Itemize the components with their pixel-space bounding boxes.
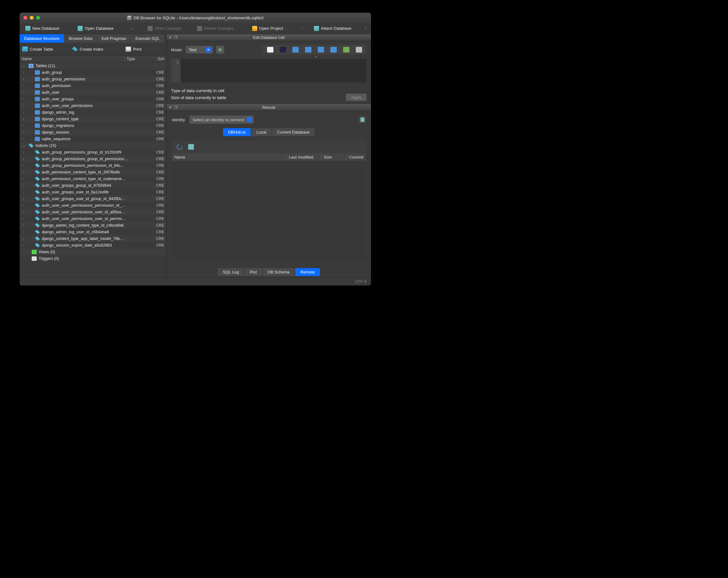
print-button[interactable]: Print [126, 47, 141, 52]
tree-row[interactable]: ›auth_permission_content_type_id_codenam… [20, 175, 166, 182]
panel-close-icon[interactable]: ✕ [168, 35, 172, 40]
toolbar-overflow-1[interactable]: ›› [299, 27, 305, 30]
expand-icon[interactable]: › [22, 77, 26, 81]
expand-icon[interactable]: › [22, 97, 26, 101]
expand-icon[interactable]: › [22, 150, 26, 154]
expand-icon[interactable]: › [22, 157, 26, 161]
expand-icon[interactable]: ⌄ [22, 64, 26, 67]
settings-button[interactable] [216, 46, 224, 54]
expand-icon[interactable]: › [22, 90, 26, 94]
create-table-button[interactable]: Create Table [22, 47, 53, 52]
tree-row[interactable]: ›django_content_type_app_label_model_76b… [20, 235, 166, 242]
expand-icon[interactable]: › [22, 131, 26, 134]
tab-sql-log[interactable]: SQL Log [218, 268, 244, 276]
push-db-icon[interactable] [188, 144, 194, 150]
expand-icon[interactable]: › [22, 164, 26, 167]
tree-row[interactable]: ›auth_groupCRE [20, 69, 166, 76]
tree-row[interactable]: ›auth_user_groups_user_id_6a12ed8bCRE [20, 189, 166, 195]
tree-row[interactable]: ›auth_user_user_permissionsCRE [20, 102, 166, 109]
tree-row[interactable]: ›auth_user_groups_user_id_group_id_94350… [20, 195, 166, 202]
cell-editor[interactable]: 1 [171, 59, 367, 82]
panel-close-icon[interactable]: ✕ [168, 105, 172, 110]
expand-icon[interactable]: › [22, 137, 26, 141]
tab-db-schema[interactable]: DB Schema [263, 268, 295, 276]
tree-row[interactable]: ›auth_group_permissions_group_id_permiss… [20, 156, 166, 162]
tree-header-type[interactable]: Type [125, 57, 156, 61]
expand-icon[interactable]: › [22, 223, 26, 227]
panel-undock-icon[interactable]: ❐ [174, 35, 178, 40]
tree-row[interactable]: Triggers (0) [20, 255, 166, 262]
create-index-button[interactable]: Create Index [72, 47, 103, 52]
tree-row[interactable]: ›sqlite_sequenceCRE [20, 136, 166, 142]
clear-icon[interactable] [331, 47, 337, 53]
mode-select[interactable]: Text [186, 46, 213, 54]
print-cell-icon[interactable] [356, 47, 362, 53]
tree-header-name[interactable]: Name [20, 57, 125, 61]
tree-row[interactable]: ›auth_userCRE [20, 89, 166, 95]
tree-row[interactable]: ›auth_user_groupsCRE [20, 95, 166, 102]
tree-row[interactable]: ›django_sessionCRE [20, 129, 166, 136]
panel-undock-icon[interactable]: ❐ [174, 105, 178, 110]
expand-icon[interactable]: › [22, 184, 26, 187]
col-modified[interactable]: Last modified [286, 155, 321, 160]
tree-header-schema[interactable]: Sch [156, 57, 166, 61]
tree-row[interactable]: ›django_admin_logCRE [20, 109, 166, 115]
copy-icon[interactable] [305, 47, 311, 53]
expand-icon[interactable]: › [22, 210, 26, 214]
attach-database-button[interactable]: Attach Database [311, 25, 355, 32]
expand-icon[interactable]: › [22, 243, 26, 247]
tab-edit-pragmas[interactable]: Edit Pragmas [97, 34, 131, 43]
new-database-button[interactable]: New Database [22, 25, 62, 32]
tab-current-database[interactable]: Current Database [272, 128, 315, 136]
expand-icon[interactable]: › [22, 177, 26, 181]
schema-tree[interactable]: ⌄Tables (11)›auth_groupCRE›auth_group_pe… [20, 62, 166, 277]
tree-row[interactable]: ⌄Indices (15) [20, 142, 166, 149]
zoom-icon[interactable] [36, 16, 40, 20]
tree-row[interactable]: ›auth_group_permissions_permission_id_84… [20, 162, 166, 169]
minimize-icon[interactable] [30, 16, 33, 20]
open-database-dropdown[interactable]: ⌄ [129, 26, 136, 30]
tree-row[interactable]: ⌄Tables (11) [20, 62, 166, 69]
expand-icon[interactable]: › [22, 197, 26, 200]
expand-icon[interactable]: › [22, 237, 26, 240]
tab-execute-sql[interactable]: Execute SQL [131, 34, 164, 43]
tree-row[interactable]: ›django_migrationsCRE [20, 122, 166, 129]
open-database-button[interactable]: Open Database [74, 25, 116, 32]
expand-icon[interactable]: › [22, 170, 26, 174]
expand-icon[interactable]: › [22, 104, 26, 107]
tab-plot[interactable]: Plot [244, 268, 262, 276]
tree-row[interactable]: ›auth_permission_content_type_id_2f476e4… [20, 169, 166, 175]
tree-row[interactable]: ›django_admin_log_content_type_id_c4bce8… [20, 222, 166, 228]
tree-row[interactable]: ›django_session_expire_date_a5c62663CRE [20, 242, 166, 248]
tree-row[interactable]: ›auth_user_user_permissions_user_id_a95e… [20, 209, 166, 215]
expand-icon[interactable]: › [22, 117, 26, 120]
tab-remote[interactable]: Remote [295, 268, 320, 276]
tree-row[interactable]: ›auth_user_groups_group_id_97559544CRE [20, 182, 166, 189]
col-commit[interactable]: Commit [346, 155, 366, 160]
identity-select[interactable]: Select an identity to connect [189, 115, 254, 124]
export-icon[interactable] [292, 47, 299, 53]
save-file-icon[interactable] [343, 47, 349, 53]
tab-browse-data[interactable]: Browse Data [64, 34, 97, 43]
tab-local[interactable]: Local [251, 128, 271, 136]
paste-icon[interactable] [318, 47, 324, 53]
toolbar-overflow-2[interactable]: ›› [362, 27, 368, 30]
expand-icon[interactable]: › [22, 84, 26, 87]
expand-icon[interactable]: › [22, 110, 26, 114]
tree-row[interactable]: ›auth_group_permissionsCRE [20, 76, 166, 82]
tree-row[interactable]: Views (0) [20, 248, 166, 255]
tree-row[interactable]: ›django_content_typeCRE [20, 115, 166, 122]
close-icon[interactable] [23, 16, 27, 20]
tree-row[interactable]: ›auth_user_user_permissions_user_id_perm… [20, 215, 166, 222]
open-project-button[interactable]: Open Project [249, 25, 286, 32]
remote-db-icon[interactable] [359, 116, 366, 123]
expand-icon[interactable]: › [22, 230, 26, 233]
tree-row[interactable]: ›auth_group_permissions_group_id_b120cbf… [20, 149, 166, 156]
import-icon[interactable] [280, 47, 286, 53]
expand-icon[interactable]: › [22, 190, 26, 194]
tab-dbhub[interactable]: DBHub.io [223, 128, 251, 136]
col-name[interactable]: Name [172, 155, 286, 160]
null-icon[interactable] [267, 47, 274, 53]
tree-row[interactable]: ›auth_permissionCRE [20, 82, 166, 89]
tab-database-structure[interactable]: Database Structure [20, 34, 64, 43]
